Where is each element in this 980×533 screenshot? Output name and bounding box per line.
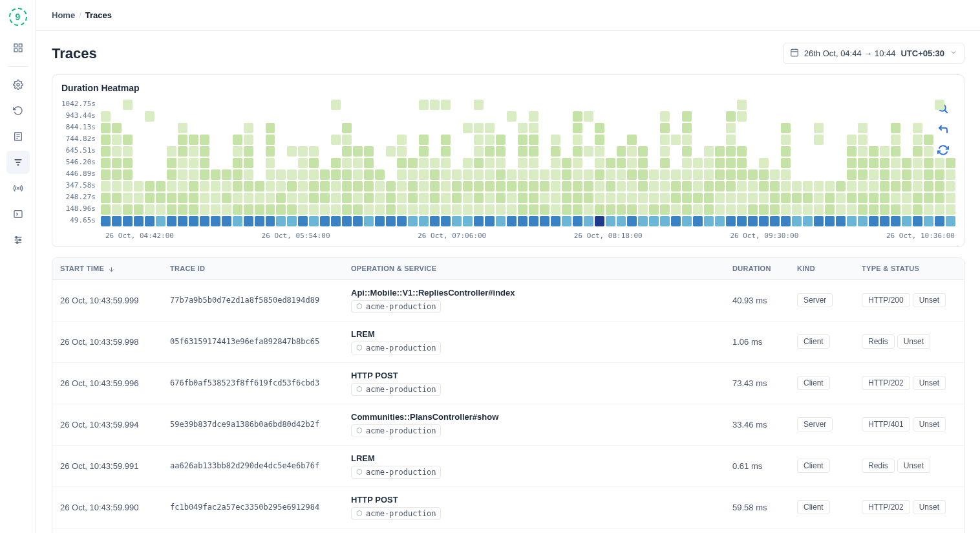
- y-tick: 49.65s: [61, 215, 96, 226]
- cell-kind: Server: [789, 279, 854, 321]
- heatmap-column: [649, 100, 659, 226]
- time-range-picker[interactable]: 26th Oct, 04:44 → 10:44 UTC+05:30: [783, 43, 964, 64]
- heatmap-column: [342, 100, 352, 226]
- heatmap-column: [891, 100, 900, 226]
- heatmap-column: [638, 100, 648, 226]
- timezone-label: UTC+05:30: [900, 49, 944, 58]
- hex-icon: ⬡: [356, 509, 363, 517]
- heatmap-column: [902, 100, 911, 226]
- nav-broadcast[interactable]: [6, 177, 30, 200]
- sidebar: 9: [0, 0, 36, 533]
- service-badge[interactable]: ⬡acme-production: [351, 300, 441, 313]
- heatmap-column: [178, 100, 187, 226]
- nav-console[interactable]: [6, 202, 30, 226]
- y-tick: 943.44s: [61, 110, 96, 122]
- cell-start-time: 26 Oct, 10:43:59.989: [52, 528, 162, 533]
- table-row[interactable]: 26 Oct, 10:43:59.998 05f63159174413e96ef…: [52, 321, 964, 362]
- hex-icon: ⬡: [356, 468, 363, 476]
- heatmap-column: [167, 100, 176, 226]
- heatmap-column: [935, 100, 944, 226]
- svg-point-12: [17, 188, 19, 190]
- sort-desc-icon: [108, 266, 115, 273]
- status-pill: Unset: [897, 459, 930, 473]
- th-duration[interactable]: DURATION: [725, 258, 789, 279]
- heatmap-column: [540, 100, 549, 226]
- table-row[interactable]: 26 Oct, 10:43:59.990 fc1b049fac2a57ec335…: [52, 486, 964, 528]
- service-badge[interactable]: ⬡acme-production: [351, 507, 441, 520]
- service-badge[interactable]: ⬡acme-production: [351, 424, 441, 437]
- table-row[interactable]: 26 Oct, 10:43:59.996 676fb0af538523f8ff6…: [52, 362, 964, 404]
- hex-icon: ⬡: [356, 343, 363, 352]
- th-kind[interactable]: KIND: [789, 258, 854, 279]
- table-row[interactable]: 26 Oct, 10:43:59.999 77b7a9b5b0d7e2d1a8f…: [52, 279, 964, 321]
- logo[interactable]: 9: [9, 8, 27, 26]
- heatmap-column: [617, 100, 626, 226]
- heatmap-column: [386, 100, 396, 226]
- operation-name: HTTP POST: [351, 495, 717, 505]
- heatmap-column: [200, 100, 209, 226]
- cell-type-status: RedisUnset: [854, 445, 964, 486]
- heatmap-column: [244, 100, 253, 226]
- heatmap-column: [112, 100, 122, 226]
- operation-name: LREM: [351, 453, 717, 463]
- heatmap-column: [529, 100, 538, 226]
- nav-logs[interactable]: [6, 125, 30, 148]
- heatmap-column: [704, 100, 714, 226]
- heatmap-y-axis: 1042.75s943.44s844.13s744.82s645.51s546.…: [61, 97, 96, 226]
- heatmap-column: [452, 100, 462, 226]
- breadcrumb-home[interactable]: Home: [52, 10, 75, 20]
- heatmap-body[interactable]: [101, 97, 955, 226]
- heatmap-column: [408, 100, 418, 226]
- th-trace-id[interactable]: TRACE ID: [162, 258, 343, 279]
- heatmap-column: [880, 100, 889, 226]
- service-badge[interactable]: ⬡acme-production: [351, 342, 441, 354]
- heatmap-column: [660, 100, 670, 226]
- heatmap-column: [419, 100, 429, 226]
- heatmap-column: [222, 100, 231, 226]
- cell-duration: 0.61 ms: [725, 445, 789, 486]
- table-row[interactable]: 26 Oct, 10:43:59.994 59e39b837dce9a1386b…: [52, 404, 964, 445]
- cell-kind: Client: [789, 445, 854, 486]
- service-badge[interactable]: ⬡acme-production: [351, 383, 441, 396]
- cell-duration: 33.46 ms: [725, 404, 789, 445]
- type-pill: Redis: [862, 334, 895, 349]
- heatmap-column: [836, 100, 846, 226]
- kind-pill: Client: [797, 459, 830, 473]
- cell-operation: HTTP POST ⬡acme-production: [343, 486, 725, 528]
- table-row[interactable]: 26 Oct, 10:43:59.989 47e10558a21a2f3a285…: [52, 528, 964, 533]
- cell-operation: User.find_by_sql ⬡circle-production: [343, 528, 725, 533]
- th-type-status[interactable]: TYPE & STATUS: [854, 258, 964, 279]
- cell-trace-id: fc1b049fac2a57ec3350b295e6912984: [162, 486, 343, 528]
- nav-dashboard[interactable]: [6, 36, 30, 60]
- kind-pill: Server: [797, 293, 833, 307]
- nav-settings[interactable]: [6, 73, 30, 96]
- nav-refresh[interactable]: [6, 99, 30, 122]
- cell-trace-id: 05f63159174413e96efa892847b8bc65: [162, 321, 343, 362]
- cell-trace-id: aa626ab133bb82d290de4dc5e4e6b76f: [162, 445, 343, 486]
- hex-icon: ⬡: [356, 302, 363, 310]
- cell-start-time: 26 Oct, 10:43:59.996: [52, 362, 162, 404]
- cell-kind: Client: [789, 362, 854, 404]
- cell-type-status: RedisUnset: [854, 321, 964, 362]
- service-badge[interactable]: ⬡acme-production: [351, 466, 441, 479]
- svg-point-19: [16, 242, 18, 244]
- nav-traces[interactable]: [6, 151, 30, 174]
- cell-trace-id: 59e39b837dce9a1386b0a6bd80d42b2f: [162, 404, 343, 445]
- heatmap-column: [770, 100, 780, 226]
- svg-rect-3: [19, 49, 22, 52]
- page-title: Traces: [52, 45, 97, 62]
- cell-kind: Client: [789, 486, 854, 528]
- kind-pill: Client: [797, 334, 830, 349]
- nav-sliders[interactable]: [6, 228, 30, 252]
- heatmap-column: [474, 100, 484, 226]
- table-row[interactable]: 26 Oct, 10:43:59.991 aa626ab133bb82d290d…: [52, 445, 964, 486]
- cell-duration: 40.93 ms: [725, 279, 789, 321]
- heatmap-column: [375, 100, 385, 226]
- th-start-time[interactable]: START TIME: [52, 258, 162, 279]
- heatmap-column: [430, 100, 440, 226]
- terminal-icon: [13, 209, 23, 219]
- th-operation[interactable]: OPERATION & SERVICE: [343, 258, 725, 279]
- heatmap-column: [276, 100, 286, 226]
- heatmap-column: [298, 100, 308, 226]
- breadcrumb: Home / Traces: [36, 0, 980, 31]
